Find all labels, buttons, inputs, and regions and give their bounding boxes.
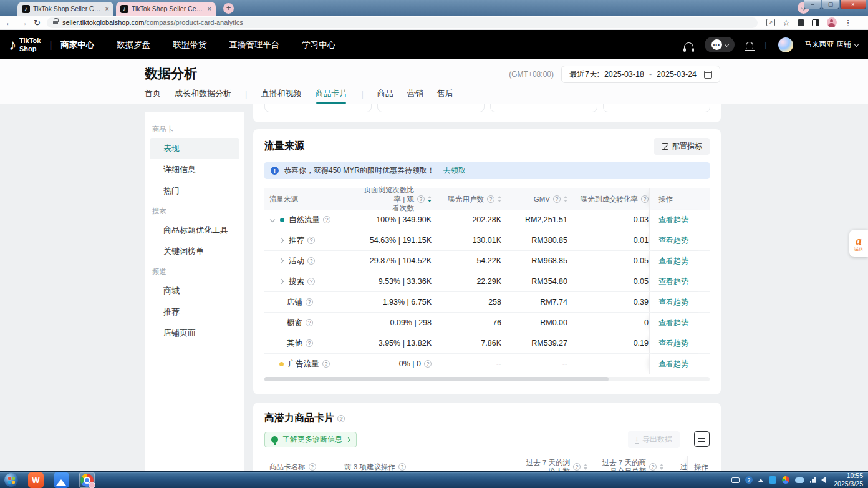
help-icon[interactable]: ?: [417, 195, 425, 203]
tab-close-icon[interactable]: ×: [208, 5, 211, 12]
view-trend-link[interactable]: 查看趋势: [658, 359, 688, 369]
sidebar-item-keyword-ranking[interactable]: 关键词榜单: [150, 241, 239, 262]
browser-tab-2[interactable]: ♪ TikTok Shop Seller Center | Cr ×: [116, 2, 216, 16]
tab-close-icon[interactable]: ×: [105, 5, 109, 12]
help-icon[interactable]: ?: [398, 463, 406, 471]
tab-live-video[interactable]: 直播和视频: [261, 88, 301, 99]
sidebar-item-title-optimizer[interactable]: 商品标题优化工具: [150, 220, 239, 241]
view-trend-link[interactable]: 查看趋势: [658, 276, 688, 287]
forward-button[interactable]: →: [19, 18, 27, 27]
minimize-button[interactable]: –: [804, 0, 821, 9]
store-switcher[interactable]: 马来西亚 店铺: [804, 39, 858, 50]
view-trend-link[interactable]: 查看趋势: [658, 256, 688, 266]
scrollbar-thumb[interactable]: [264, 377, 609, 381]
sidebar-item-recommend[interactable]: 推荐: [150, 301, 239, 323]
message-pill[interactable]: •••: [705, 37, 735, 52]
start-button[interactable]: [4, 473, 18, 487]
date-range-picker[interactable]: 最近7天: 2025-03-18 - 2025-03-24: [561, 66, 720, 83]
tab-home[interactable]: 首页: [145, 88, 161, 99]
help-tray-icon[interactable]: ?: [745, 476, 753, 484]
view-trend-link[interactable]: 查看趋势: [658, 235, 688, 246]
store-avatar[interactable]: [778, 37, 793, 52]
header-conversion[interactable]: 曝光到成交转化率 ?: [567, 195, 649, 204]
share-icon[interactable]: ↗: [766, 19, 775, 26]
horizontal-scrollbar[interactable]: [264, 377, 710, 381]
nav-item-data-compass[interactable]: 数据罗盘: [117, 39, 150, 51]
header-pageviews[interactable]: 页面浏览次数比率 | 观看次数 ?: [358, 185, 432, 212]
network-icon[interactable]: [810, 477, 816, 483]
wps-taskbar-icon[interactable]: W: [28, 472, 44, 488]
sidebar-item-trending[interactable]: 热门: [150, 180, 239, 202]
help-icon[interactable]: ?: [641, 195, 649, 203]
tab-after-sale[interactable]: 售后: [437, 88, 453, 99]
sidebar-item-performance[interactable]: 表现: [150, 138, 239, 159]
nav-item-live-manager[interactable]: 直播管理平台: [229, 39, 279, 51]
tab-product-card[interactable]: 商品卡片: [315, 88, 347, 99]
help-icon[interactable]: ?: [306, 339, 313, 347]
chrome-taskbar-icon[interactable]: [79, 472, 95, 488]
tab-products[interactable]: 商品: [377, 88, 393, 99]
help-icon[interactable]: ?: [309, 463, 316, 471]
help-icon[interactable]: ?: [306, 319, 313, 326]
new-tab-button[interactable]: +: [223, 3, 234, 14]
view-trend-link[interactable]: 查看趋势: [658, 338, 688, 349]
tab-growth-analytics[interactable]: 成长和数据分析: [175, 88, 231, 99]
expand-chevron-icon[interactable]: [270, 217, 275, 222]
sidebar-item-shop-page[interactable]: 店铺页面: [150, 323, 239, 344]
expand-chevron-icon[interactable]: [279, 238, 284, 243]
diagnosis-tip-pill[interactable]: 了解更多诊断信息: [264, 432, 357, 447]
claim-coupon-link[interactable]: 去领取: [443, 165, 466, 176]
tab-marketing[interactable]: 营销: [407, 88, 423, 99]
meeting-app-taskbar-icon[interactable]: [54, 472, 69, 488]
help-icon[interactable]: ?: [307, 257, 315, 265]
show-hidden-icons-caret[interactable]: [758, 479, 763, 482]
address-bar[interactable]: seller.tiktokglobalshop.com/compass/prod…: [47, 17, 758, 28]
help-icon[interactable]: ?: [306, 298, 313, 306]
close-window-button[interactable]: ×: [840, 0, 866, 9]
nav-item-seller-center[interactable]: 商家中心: [60, 39, 94, 51]
view-trend-link[interactable]: 查看趋势: [658, 297, 688, 308]
floating-service-badge[interactable]: a 诚信: [849, 230, 868, 257]
expand-chevron-icon[interactable]: [279, 258, 284, 263]
app-tray-icon[interactable]: [769, 476, 776, 484]
help-icon[interactable]: ?: [553, 195, 561, 203]
header-gmv[interactable]: GMV ?: [501, 195, 567, 203]
profile-avatar[interactable]: [827, 17, 837, 27]
help-icon[interactable]: ?: [323, 216, 330, 223]
header-exposed-users[interactable]: 曝光用户数 ?: [432, 195, 501, 204]
help-icon[interactable]: ?: [307, 278, 315, 285]
nav-item-academy[interactable]: 学习中心: [302, 39, 335, 51]
help-icon[interactable]: ?: [337, 415, 345, 422]
bookmark-star-icon[interactable]: ☆: [783, 18, 790, 27]
headset-support-icon[interactable]: [684, 42, 693, 49]
export-data-button[interactable]: ↓ 导出数据: [628, 431, 680, 448]
help-icon[interactable]: ?: [649, 463, 657, 471]
browser-menu-icon[interactable]: ⋮: [844, 18, 852, 27]
view-trend-link[interactable]: 查看趋势: [658, 215, 688, 225]
help-icon[interactable]: ?: [487, 195, 494, 203]
side-panel-icon[interactable]: [812, 19, 819, 26]
reload-button[interactable]: ↻: [34, 18, 41, 27]
input-method-icon[interactable]: [731, 477, 740, 483]
maximize-button[interactable]: ▢: [822, 0, 839, 9]
configure-metrics-button[interactable]: 配置指标: [654, 138, 710, 155]
view-trend-link[interactable]: 查看趋势: [658, 318, 688, 328]
notification-bell-icon[interactable]: [746, 42, 753, 49]
browser-tab-1[interactable]: ♪ TikTok Shop Seller Center | Cr ×: [17, 2, 113, 16]
chrome-tray-icon[interactable]: [782, 476, 789, 484]
cloud-tray-icon[interactable]: [795, 477, 804, 483]
sidebar-item-mall[interactable]: 商城: [150, 280, 239, 301]
tiktok-shop-logo[interactable]: ♪ TikTokShop: [9, 36, 41, 54]
extensions-puzzle-icon[interactable]: [798, 19, 804, 26]
help-icon[interactable]: ?: [573, 463, 581, 471]
back-button[interactable]: ←: [5, 18, 13, 27]
expand-chevron-icon[interactable]: [279, 279, 284, 284]
report-doc-button[interactable]: [694, 431, 710, 447]
nav-item-affiliate[interactable]: 联盟带货: [173, 39, 206, 51]
taskbar-clock[interactable]: 10:55 2025/3/25: [834, 472, 863, 488]
help-icon[interactable]: ?: [424, 360, 432, 368]
volume-icon[interactable]: [821, 477, 826, 483]
sidebar-item-details[interactable]: 详细信息: [150, 159, 239, 180]
help-icon[interactable]: ?: [322, 360, 330, 368]
help-icon[interactable]: ?: [307, 237, 315, 244]
